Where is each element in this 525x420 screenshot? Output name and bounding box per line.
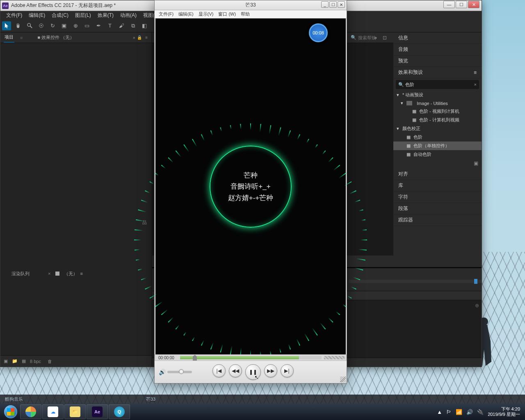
- effect-controls-tab[interactable]: ■ 效果控件 （无）: [37, 33, 75, 42]
- taskbar-quicktime[interactable]: Q: [109, 404, 130, 419]
- next-track-button[interactable]: ▶|: [281, 364, 294, 377]
- panel-info[interactable]: 信息: [393, 32, 482, 44]
- ae-close-button[interactable]: ✕: [468, 1, 479, 8]
- tree-levels-computer[interactable]: ▦ 色阶 - 计算机到视频: [393, 116, 482, 124]
- tree-levels-individual[interactable]: ▦ 色阶（单独控件）: [393, 142, 482, 150]
- taskbar-clock[interactable]: 下午 4:20 2019/9/9 星期一: [488, 406, 520, 417]
- progress-bar[interactable]: 00:00:00: [155, 354, 347, 361]
- panel-paragraph[interactable]: 段落: [393, 203, 482, 215]
- taskbar-explorer[interactable]: 📁: [64, 404, 86, 419]
- ae-minimize-button[interactable]: —: [443, 1, 455, 8]
- type-tool[interactable]: T: [105, 21, 114, 30]
- ae-menu-effect[interactable]: 效果(T): [95, 11, 116, 20]
- viz-line1: 芒种: [244, 170, 258, 181]
- ae-menu-edit[interactable]: 编辑(E): [26, 11, 48, 20]
- taskbar-after-effects[interactable]: Ae: [87, 404, 108, 419]
- new-comp-icon[interactable]: ▦: [22, 358, 26, 364]
- effects-tree-footer: ▣: [393, 159, 482, 169]
- panel-tracker[interactable]: 跟踪器: [393, 215, 482, 226]
- eraser-tool[interactable]: ◧: [140, 21, 149, 30]
- player-close-button[interactable]: ✕: [338, 1, 345, 8]
- forward-button[interactable]: ▶▶: [264, 364, 277, 377]
- camera-tool[interactable]: ▣: [59, 21, 68, 30]
- taskbar-app-1[interactable]: [20, 404, 41, 419]
- ae-title-text: Adobe After Effects CC 2017 - 无标题项目.aep …: [11, 2, 116, 9]
- play-pause-button[interactable]: ❚❚: [245, 364, 261, 380]
- ae-menu-animation[interactable]: 动画(A): [118, 11, 139, 20]
- player-maximize-button[interactable]: ☐: [329, 1, 337, 8]
- render-queue-tab[interactable]: 渲染队列: [11, 269, 30, 278]
- tree-levels[interactable]: ▦ 色阶: [393, 133, 482, 142]
- volume-control[interactable]: 🔊: [159, 369, 192, 375]
- timeline-none-tab[interactable]: × （无） ≡: [46, 269, 84, 278]
- panel-align[interactable]: 对齐: [393, 169, 482, 180]
- selection-tool[interactable]: [2, 21, 11, 30]
- timeline-playhead[interactable]: [474, 279, 477, 284]
- tray-flag-icon[interactable]: 🏳: [446, 409, 452, 415]
- tree-color-correction[interactable]: ▾颜色校正: [393, 124, 482, 133]
- panel-preview[interactable]: 预览: [393, 55, 482, 67]
- new-bin-icon[interactable]: ▣: [474, 160, 478, 167]
- player-controls: 00:00:00 🔊 |◀ ◀◀ ❚❚ ▶▶ ▶|: [155, 354, 347, 383]
- tree-auto-levels[interactable]: ▦ 自动色阶: [393, 150, 482, 159]
- project-tab[interactable]: 项目: [4, 32, 14, 43]
- player-title-text: 芒33: [245, 2, 256, 9]
- resize-grip[interactable]: [340, 377, 346, 382]
- tray-up-icon[interactable]: ▲: [437, 409, 442, 415]
- player-menu-help[interactable]: 帮助: [239, 10, 251, 18]
- tree-animation-presets[interactable]: ▾* 动画预设: [393, 91, 482, 99]
- rotation-tool[interactable]: ↻: [48, 21, 57, 30]
- panel-library[interactable]: 库: [393, 180, 482, 192]
- progress-time: 00:00:00: [155, 356, 178, 360]
- bpc-label[interactable]: 8 bpc: [30, 359, 41, 364]
- volume-icon[interactable]: 🔊: [159, 369, 166, 375]
- panel-menu-icon[interactable]: ≡: [145, 35, 148, 40]
- ae-maximize-button[interactable]: ☐: [456, 1, 467, 8]
- prev-track-button[interactable]: |◀: [212, 364, 226, 377]
- music-nowplaying-bar[interactable]: 酷狗音乐 芒33: [0, 395, 525, 404]
- player-menu-window[interactable]: 窗口 (W): [217, 10, 237, 18]
- clone-tool[interactable]: ⧉: [128, 21, 137, 30]
- tree-image-utilities[interactable]: ▾ Image - Utilities: [393, 99, 482, 107]
- ae-menu-layer[interactable]: 图层(L): [73, 11, 94, 20]
- ae-menu-composition[interactable]: 合成(C): [49, 11, 71, 20]
- panel-close-icon[interactable]: ×: [133, 35, 135, 40]
- interpret-footage-icon[interactable]: ▣: [4, 358, 8, 364]
- comp-marker-icon[interactable]: ⊕: [475, 303, 479, 308]
- player-titlebar[interactable]: 芒33 _ ☐ ✕: [155, 0, 347, 10]
- brush-tool[interactable]: 🖌: [117, 21, 126, 30]
- taskbar-app-2[interactable]: ☁: [42, 404, 64, 419]
- player-menu-edit[interactable]: 编辑(E): [177, 10, 195, 18]
- orbit-tool[interactable]: [37, 21, 46, 30]
- start-button[interactable]: [2, 404, 20, 419]
- tray-volume-icon[interactable]: 🔊: [466, 409, 473, 415]
- system-tray: ▲ 🏳 📶 🔊 🔌 下午 4:20 2019/9/9 星期一: [437, 406, 523, 417]
- tree-levels-video[interactable]: ▦ 色阶 - 视频到计算机: [393, 107, 482, 116]
- hand-tool[interactable]: [14, 21, 23, 30]
- pan-behind-tool[interactable]: ⊕: [71, 21, 80, 30]
- pen-tool[interactable]: ✒: [94, 21, 103, 30]
- ae-menu-file[interactable]: 文件(F): [4, 11, 25, 20]
- new-folder-icon[interactable]: 📁: [12, 358, 18, 364]
- player-menu-file[interactable]: 文件(F): [157, 10, 175, 18]
- player-minimize-button[interactable]: _: [321, 1, 329, 8]
- tray-network-icon[interactable]: 📶: [456, 409, 462, 415]
- zoom-tool[interactable]: [25, 21, 34, 30]
- project-list[interactable]: [0, 135, 152, 352]
- search-help-input[interactable]: [358, 35, 395, 40]
- panel-character[interactable]: 字符: [393, 192, 482, 203]
- panel-audio[interactable]: 音频: [393, 44, 482, 55]
- player-menu-view[interactable]: 显示(V): [197, 10, 215, 18]
- trash-icon[interactable]: 🗑: [48, 359, 52, 364]
- shape-tool[interactable]: ▭: [82, 21, 91, 30]
- effects-search[interactable]: 🔍 色阶×: [396, 80, 479, 89]
- player-video-area[interactable]: 00:08 芒种 音阙诗听+_+ 赵方婧+-+芒种: [155, 18, 346, 355]
- clear-search-icon[interactable]: ×: [474, 82, 477, 87]
- panel-lock-icon[interactable]: 🔒: [137, 35, 142, 40]
- panel-effects-presets[interactable]: 效果和预设≡: [393, 67, 482, 78]
- volume-slider[interactable]: [167, 371, 192, 373]
- panel-menu-icon[interactable]: ≡: [474, 70, 477, 75]
- timeline-ruler[interactable]: [349, 280, 482, 283]
- tray-power-icon[interactable]: 🔌: [477, 409, 484, 415]
- rewind-button[interactable]: ◀◀: [229, 364, 242, 377]
